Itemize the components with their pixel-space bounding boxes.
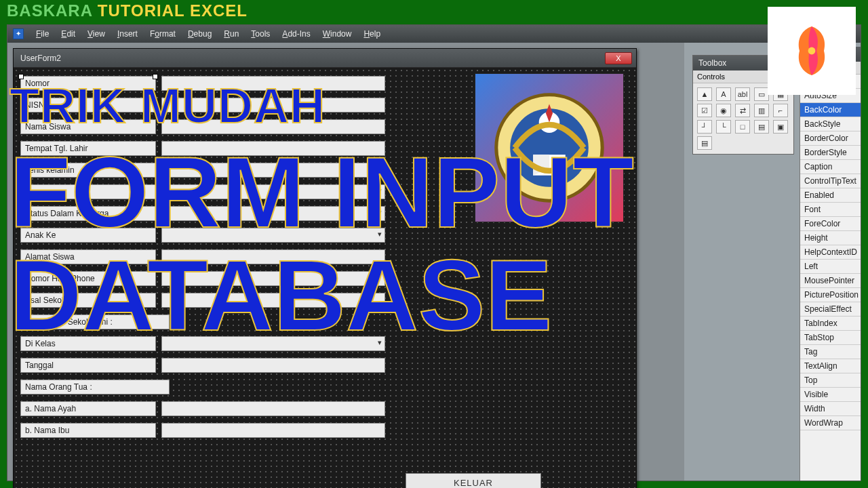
input-hp[interactable] bbox=[161, 271, 385, 286]
label-nisn[interactable]: NISN bbox=[20, 98, 156, 113]
userform-titlebar[interactable]: UserForm2 X bbox=[14, 49, 636, 68]
vba-ide: ✦ File Edit View Insert Format Debug Run… bbox=[7, 24, 861, 481]
prop-pictureposition[interactable]: PicturePosition bbox=[800, 288, 861, 302]
section-diterima[interactable]: Diterima Di Sekolah Ini : bbox=[20, 314, 170, 329]
tool-11[interactable]: └ bbox=[716, 120, 731, 134]
menu-help[interactable]: Help bbox=[363, 29, 380, 39]
prop-forecolor[interactable]: ForeColor bbox=[800, 217, 861, 231]
prop-left[interactable]: Left bbox=[800, 260, 861, 274]
prop-visible[interactable]: Visible bbox=[800, 388, 861, 402]
label-asal[interactable]: Asal Sekolah bbox=[20, 293, 156, 308]
menu-edit[interactable]: Edit bbox=[61, 29, 75, 39]
menu-run[interactable]: Run bbox=[224, 29, 239, 39]
svg-point-0 bbox=[808, 47, 816, 55]
menu-view[interactable]: View bbox=[87, 29, 105, 39]
prop-specialeffect[interactable]: SpecialEffect bbox=[800, 302, 861, 317]
prop-enabled[interactable]: Enabled bbox=[800, 188, 861, 203]
watermark-brand: BASKARA bbox=[7, 1, 92, 20]
prop-backcolor[interactable]: BackColor bbox=[800, 103, 861, 117]
input-tanggal[interactable] bbox=[161, 358, 385, 373]
prop-controltiptext[interactable]: ControlTipText bbox=[800, 174, 861, 188]
combo-anakke[interactable] bbox=[161, 228, 385, 243]
label-jk[interactable]: Jenis kelamin bbox=[20, 163, 156, 178]
watermark: BASKARA TUTORIAL EXCEL bbox=[7, 1, 248, 20]
input-asal[interactable] bbox=[161, 293, 385, 308]
prop-wordwrap[interactable]: WordWrap bbox=[800, 416, 861, 430]
userform-title: UserForm2 bbox=[20, 54, 61, 63]
label-ayah[interactable]: a. Nama Ayah bbox=[20, 401, 156, 416]
menu-file[interactable]: File bbox=[36, 29, 49, 39]
prop-width[interactable]: Width bbox=[800, 402, 861, 416]
combo-jk[interactable] bbox=[161, 163, 385, 178]
input-nomor[interactable] bbox=[161, 76, 385, 91]
label-alamat[interactable]: Alamat Siswa bbox=[20, 249, 156, 264]
prop-bordercolor[interactable]: BorderColor bbox=[800, 131, 861, 146]
menu-addins[interactable]: Add-Ins bbox=[282, 29, 310, 39]
tool-6[interactable]: ◉ bbox=[716, 104, 731, 117]
prop-textalign[interactable]: TextAlign bbox=[800, 359, 861, 373]
prop-borderstyle[interactable]: BorderStyle bbox=[800, 146, 861, 160]
prop-helpcontextid[interactable]: HelpContextID bbox=[800, 245, 861, 260]
userform-body[interactable]: Nomor NISN Nama Siswa Tempat Tgl. Lahir … bbox=[14, 68, 636, 488]
menu-tools[interactable]: Tools bbox=[251, 29, 270, 39]
keluar-button[interactable]: KELUAR bbox=[406, 473, 541, 488]
label-nama[interactable]: Nama Siswa bbox=[20, 119, 156, 134]
prop-mousepointer[interactable]: MousePointer bbox=[800, 274, 861, 288]
input-alamat[interactable] bbox=[161, 249, 385, 264]
tool-8[interactable]: ▥ bbox=[754, 104, 769, 117]
tool-3[interactable]: ▭ bbox=[754, 87, 769, 101]
label-dikelas[interactable]: Di Kelas bbox=[20, 336, 156, 351]
combo-status[interactable] bbox=[161, 206, 385, 221]
app-icon: ✦ bbox=[13, 28, 24, 39]
prop-tag[interactable]: Tag bbox=[800, 345, 861, 359]
school-crest-image[interactable] bbox=[475, 73, 624, 222]
label-anakke[interactable]: Anak Ke bbox=[20, 228, 156, 243]
channel-logo bbox=[768, 7, 856, 95]
label-hp[interactable]: Nomor HandPhone bbox=[20, 271, 156, 286]
prop-tabstop[interactable]: TabStop bbox=[800, 331, 861, 345]
tool-7[interactable]: ⇄ bbox=[735, 104, 750, 117]
tool-0[interactable]: ▲ bbox=[697, 87, 712, 101]
watermark-title: TUTORIAL EXCEL bbox=[98, 1, 248, 20]
form-designer[interactable]: UserForm2 X Nomor NISN Nama Siswa Tempat… bbox=[7, 43, 684, 481]
menu-insert[interactable]: Insert bbox=[117, 29, 138, 39]
input-nisn[interactable] bbox=[161, 98, 385, 113]
prop-top[interactable]: Top bbox=[800, 373, 861, 388]
label-ttl[interactable]: Tempat Tgl. Lahir bbox=[20, 141, 156, 156]
tool-14[interactable]: ▣ bbox=[773, 120, 788, 134]
label-nomor[interactable]: Nomor bbox=[20, 76, 156, 91]
prop-height[interactable]: Height bbox=[800, 231, 861, 245]
prop-tabindex[interactable]: TabIndex bbox=[800, 317, 861, 331]
userform-window[interactable]: UserForm2 X Nomor NISN Nama Siswa Tempat… bbox=[13, 48, 637, 488]
menu-window[interactable]: Window bbox=[323, 29, 352, 39]
properties-window[interactable]: Properties Alphabetic AcceleratorAutoSiz… bbox=[800, 47, 861, 481]
combo-agama[interactable] bbox=[161, 184, 385, 199]
tool-10[interactable]: ┘ bbox=[697, 120, 712, 134]
tool-9[interactable]: ⌐ bbox=[773, 104, 788, 117]
menu-debug[interactable]: Debug bbox=[188, 29, 212, 39]
menu-format[interactable]: Format bbox=[150, 29, 176, 39]
close-button[interactable]: X bbox=[605, 52, 632, 64]
tool-15[interactable]: ▤ bbox=[697, 136, 712, 150]
menu-bar: ✦ File Edit View Insert Format Debug Run… bbox=[7, 25, 861, 43]
prop-backstyle[interactable]: BackStyle bbox=[800, 117, 861, 131]
input-nama[interactable] bbox=[161, 119, 385, 134]
prop-caption[interactable]: Caption bbox=[800, 160, 861, 174]
input-ibu[interactable] bbox=[161, 423, 385, 438]
label-ibu[interactable]: b. Nama Ibu bbox=[20, 423, 156, 438]
input-ttl[interactable] bbox=[161, 141, 385, 156]
label-status[interactable]: Status Dalam Keluarga bbox=[20, 206, 156, 221]
tool-2[interactable]: abl bbox=[735, 87, 750, 101]
properties-list: AcceleratorAutoSizeBackColorBackStyleBor… bbox=[800, 75, 861, 430]
tool-13[interactable]: ▤ bbox=[754, 120, 769, 134]
label-tanggal[interactable]: Tanggal bbox=[20, 358, 156, 373]
prop-font[interactable]: Font bbox=[800, 203, 861, 217]
input-ayah[interactable] bbox=[161, 401, 385, 416]
label-agama[interactable]: Agama bbox=[20, 184, 156, 199]
tool-12[interactable]: □ bbox=[735, 120, 750, 134]
tool-1[interactable]: A bbox=[716, 87, 731, 101]
combo-dikelas[interactable] bbox=[161, 336, 385, 351]
right-dock: Toolbox Controls ▲Aabl▭▦☑◉⇄▥⌐┘└□▤▣▤ Prop… bbox=[684, 43, 861, 481]
tool-5[interactable]: ☑ bbox=[697, 104, 712, 117]
section-ortu[interactable]: Nama Orang Tua : bbox=[20, 380, 170, 394]
